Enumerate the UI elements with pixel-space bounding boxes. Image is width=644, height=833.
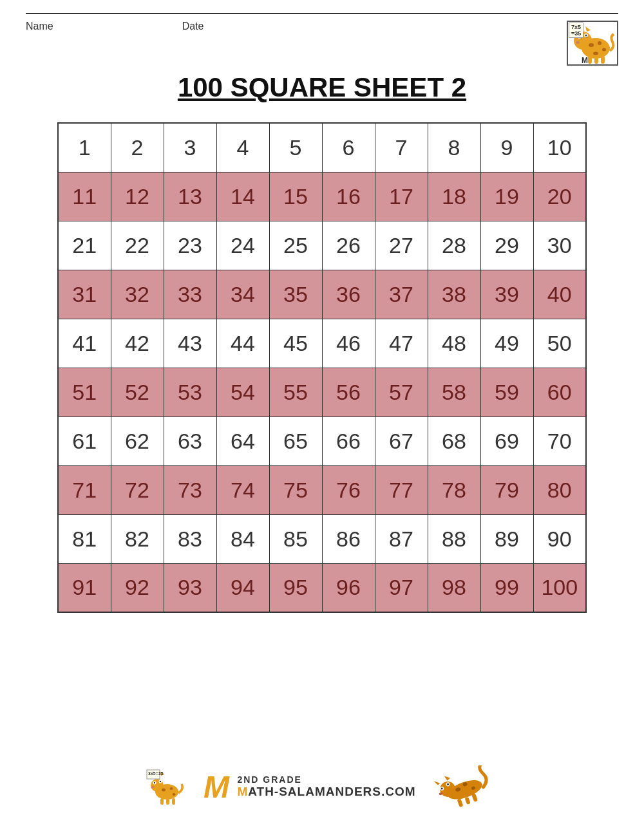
grid-cell-81: 81 xyxy=(58,514,111,563)
footer-grade: 2ND GRADE xyxy=(237,774,415,785)
grid-cell-72: 72 xyxy=(111,465,164,514)
grid-cell-4: 4 xyxy=(216,123,269,172)
grid-cell-43: 43 xyxy=(164,319,216,368)
table-row: 31323334353637383940 xyxy=(58,270,586,319)
grid-cell-79: 79 xyxy=(480,465,533,514)
grid-cell-1: 1 xyxy=(58,123,111,172)
grid-cell-14: 14 xyxy=(216,172,269,221)
page-title: 100 SQUARE SHEET 2 xyxy=(26,72,618,103)
grid-cell-76: 76 xyxy=(322,465,375,514)
header-labels: Name Date xyxy=(26,21,204,32)
grid-cell-21: 21 xyxy=(58,221,111,270)
footer-right-salamander-icon xyxy=(429,765,500,807)
grid-cell-85: 85 xyxy=(269,514,322,563)
svg-rect-33 xyxy=(172,798,175,805)
grid-cell-6: 6 xyxy=(322,123,375,172)
svg-marker-49 xyxy=(444,774,450,781)
grid-cell-93: 93 xyxy=(164,563,216,612)
grid-cell-67: 67 xyxy=(375,416,428,465)
grid-cell-60: 60 xyxy=(533,368,586,416)
name-label: Name xyxy=(26,21,53,32)
svg-point-3 xyxy=(598,41,601,45)
table-row: 11121314151617181920 xyxy=(58,172,586,221)
top-border xyxy=(26,13,618,14)
grid-cell-96: 96 xyxy=(322,563,375,612)
svg-text:M: M xyxy=(204,771,230,803)
svg-text:3x5=15: 3x5=15 xyxy=(148,771,164,776)
grid-cell-82: 82 xyxy=(111,514,164,563)
grid-cell-95: 95 xyxy=(269,563,322,612)
grid-cell-69: 69 xyxy=(480,416,533,465)
footer-left-gecko-icon: 3x5=15 xyxy=(144,767,189,806)
svg-text:M: M xyxy=(582,56,588,64)
grid-cell-26: 26 xyxy=(322,221,375,270)
grid-cell-66: 66 xyxy=(322,416,375,465)
grid-cell-99: 99 xyxy=(480,563,533,612)
grid-cell-39: 39 xyxy=(480,270,533,319)
grid-cell-29: 29 xyxy=(480,221,533,270)
grid-cell-77: 77 xyxy=(375,465,428,514)
footer: 3x5=15 M 2ND GRADE MATH-SALAMANDERS.COM xyxy=(0,765,644,807)
footer-site: MATH-SALAMANDERS.COM xyxy=(237,785,415,799)
grid-cell-80: 80 xyxy=(533,465,586,514)
grid-cell-38: 38 xyxy=(428,270,480,319)
svg-rect-51 xyxy=(464,797,470,805)
table-row: 61626364656667686970 xyxy=(58,416,586,465)
svg-marker-14 xyxy=(585,26,591,32)
svg-point-2 xyxy=(589,43,594,47)
grid-cell-42: 42 xyxy=(111,319,164,368)
svg-rect-52 xyxy=(471,793,478,802)
svg-point-28 xyxy=(151,786,155,789)
grid-cell-55: 55 xyxy=(269,368,322,416)
grid-cell-78: 78 xyxy=(428,465,480,514)
grid-cell-64: 64 xyxy=(216,416,269,465)
grid-cell-90: 90 xyxy=(533,514,586,563)
grid-cell-54: 54 xyxy=(216,368,269,416)
grid-cell-89: 89 xyxy=(480,514,533,563)
grid-cell-37: 37 xyxy=(375,270,428,319)
hundred-square-table: 1234567891011121314151617181920212223242… xyxy=(57,122,587,613)
grid-cell-61: 61 xyxy=(58,416,111,465)
grid-cell-18: 18 xyxy=(428,172,480,221)
grid-cell-19: 19 xyxy=(480,172,533,221)
grid-cell-15: 15 xyxy=(269,172,322,221)
svg-point-27 xyxy=(160,780,161,782)
grid-cell-73: 73 xyxy=(164,465,216,514)
grid-cell-46: 46 xyxy=(322,319,375,368)
grid-cell-53: 53 xyxy=(164,368,216,416)
grid-cell-92: 92 xyxy=(111,563,164,612)
grid-cell-68: 68 xyxy=(428,416,480,465)
grid-cell-24: 24 xyxy=(216,221,269,270)
grid-cell-100: 100 xyxy=(533,563,586,612)
grid-cell-62: 62 xyxy=(111,416,164,465)
svg-point-11 xyxy=(585,35,587,37)
date-label: Date xyxy=(182,21,204,32)
grid-cell-16: 16 xyxy=(322,172,375,221)
logo-top-right: 7x5=35 xyxy=(567,21,618,66)
grid-cell-50: 50 xyxy=(533,319,586,368)
table-row: 71727374757677787980 xyxy=(58,465,586,514)
svg-point-4 xyxy=(602,48,606,51)
grid-cell-5: 5 xyxy=(269,123,322,172)
table-row: 919293949596979899100 xyxy=(58,563,586,612)
svg-point-5 xyxy=(593,52,598,55)
grid-cell-41: 41 xyxy=(58,319,111,368)
grid-cell-59: 59 xyxy=(480,368,533,416)
grid-cell-12: 12 xyxy=(111,172,164,221)
grid-cell-11: 11 xyxy=(58,172,111,221)
grid-cell-10: 10 xyxy=(533,123,586,172)
grid-cell-98: 98 xyxy=(428,563,480,612)
svg-rect-16 xyxy=(594,57,598,64)
svg-point-22 xyxy=(170,787,173,790)
grid-cell-28: 28 xyxy=(428,221,480,270)
grid-cell-31: 31 xyxy=(58,270,111,319)
grid-cell-57: 57 xyxy=(375,368,428,416)
grid-cell-87: 87 xyxy=(375,514,428,563)
grid-cell-20: 20 xyxy=(533,172,586,221)
grid-cell-58: 58 xyxy=(428,368,480,416)
grid-cell-65: 65 xyxy=(269,416,322,465)
grid-cell-36: 36 xyxy=(322,270,375,319)
grid-cell-88: 88 xyxy=(428,514,480,563)
svg-point-23 xyxy=(173,793,176,796)
svg-rect-32 xyxy=(166,799,169,805)
